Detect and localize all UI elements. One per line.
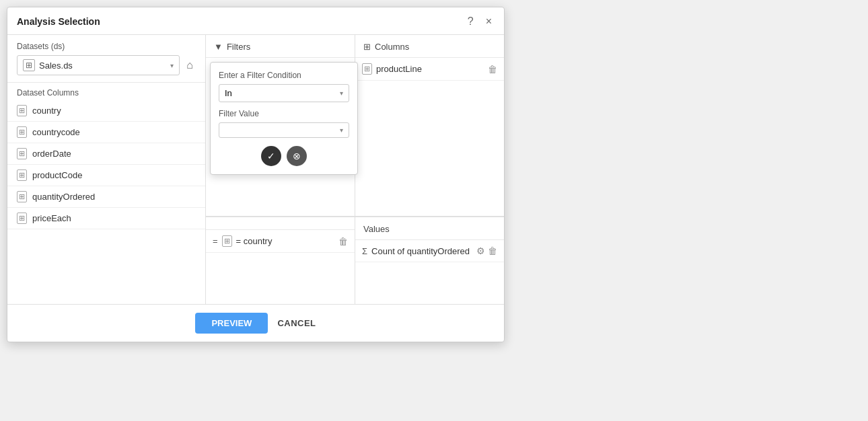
trash-icon: 🗑 [338,236,348,247]
list-item[interactable]: ⊞ countrycode [7,122,205,143]
preview-button[interactable]: PREVIEW [195,313,268,334]
col-type-icon: ⊞ [17,169,27,181]
right-top-panels: ▼ Filters Enter a Filter Condition In ▾ … [206,35,504,217]
col-type-icon: ⊞ [17,213,27,224]
list-item[interactable]: ⊞ productCode [7,165,205,186]
columns-section: ⊞ Columns ⊞ productLine 🗑 [355,35,504,216]
dialog-title: Analysis Selection [17,16,100,27]
home-icon: ⌂ [186,59,193,71]
value-settings-button[interactable]: ⚙ [476,245,485,256]
col-type-icon: ⊞ [222,235,232,247]
dataset-dropdown-label: ⊞ Sales.ds [23,59,73,71]
filter-icon: ▼ [214,42,223,52]
rows-section: = ⊞ = country 🗑 [206,217,355,304]
list-item[interactable]: ⊞ country [7,100,205,122]
filter-value-label: Filter Value [219,109,349,118]
trash-icon: 🗑 [488,64,497,75]
cancel-icon: ⊗ [293,151,301,161]
dialog-footer: PREVIEW CANCEL [7,304,504,342]
filters-section-title: ▼ Filters [206,35,355,58]
chevron-down-icon: ▾ [340,126,343,134]
list-item[interactable]: ⊞ orderDate [7,143,205,165]
row-item-name: = country [236,236,273,246]
filter-confirm-button[interactable]: ✓ [261,146,281,166]
delete-row-button[interactable]: 🗑 [338,236,348,247]
filter-popup: Enter a Filter Condition In ▾ Filter Val… [210,62,358,175]
home-button[interactable]: ⌂ [184,56,196,74]
column-item-row: ⊞ productLine 🗑 [355,58,504,81]
filter-condition-label: Enter a Filter Condition [219,71,349,80]
trash-icon: 🗑 [488,245,497,256]
left-panel: Datasets (ds) ⊞ Sales.ds ▾ ⌂ Dataset Col… [7,35,206,304]
rows-section-title [206,217,355,230]
dataset-name: Sales.ds [39,61,73,71]
list-item[interactable]: ⊞ priceEach [7,208,205,229]
row-item-left: = ⊞ = country [213,235,272,247]
value-item-row: Σ Count of quantityOrdered ⚙ 🗑 [355,240,504,262]
table-icon: ⊞ [23,59,35,71]
value-item-actions: ⚙ 🗑 [476,245,497,256]
col-type-icon: ⊞ [17,191,27,202]
datasets-header: Datasets (ds) [7,35,205,55]
columns-label: Columns [375,42,409,52]
chevron-down-icon: ▾ [340,89,343,97]
sigma-icon: Σ [362,246,367,256]
dialog-overlay: Analysis Selection ? × Datasets (ds) [0,0,868,421]
chevron-down-icon: ▾ [170,62,174,69]
check-icon: ✓ [267,151,275,161]
dataset-selector: ⊞ Sales.ds ▾ ⌂ [7,55,205,82]
column-name: countrycode [32,127,80,137]
filters-label: Filters [227,42,250,52]
column-name: productCode [32,170,82,180]
gear-icon: ⚙ [476,245,485,256]
values-section-title: Values [355,217,504,240]
column-name: priceEach [32,213,71,223]
col-type-icon: ⊞ [17,105,27,116]
column-list: ⊞ country ⊞ countrycode ⊞ orderDate ⊞ pr… [7,100,205,229]
cancel-button[interactable]: CANCEL [277,318,316,328]
dialog-titlebar: Analysis Selection ? × [7,7,504,35]
columns-item-name: productLine [376,64,422,74]
right-bottom-panels: = ⊞ = country 🗑 Values [206,217,504,304]
delete-column-button[interactable]: 🗑 [488,64,497,75]
col-type-icon: ⊞ [17,126,27,138]
dialog-body: Datasets (ds) ⊞ Sales.ds ▾ ⌂ Dataset Col… [7,35,504,304]
columns-icon: ⊞ [363,42,371,52]
filter-condition-value: In [225,88,232,98]
values-section-label: Values [363,224,390,234]
row-item-row: = ⊞ = country 🗑 [206,230,355,253]
column-name: quantityOrdered [32,192,95,202]
col-type-icon: ⊞ [17,148,27,159]
help-icon: ? [468,15,474,28]
delete-value-button[interactable]: 🗑 [488,245,497,256]
columns-section-title: ⊞ Columns [355,35,504,58]
value-item-name: Count of quantityOrdered [371,246,470,256]
column-name: country [32,106,61,116]
column-item-left: ⊞ productLine [362,63,422,75]
right-panel: ▼ Filters Enter a Filter Condition In ▾ … [206,35,504,304]
dataset-columns-label: Dataset Columns [7,82,205,100]
help-button[interactable]: ? [465,14,476,29]
column-name: orderDate [32,149,71,159]
col-type-icon: ⊞ [362,63,372,75]
close-button[interactable]: × [483,14,495,29]
value-item-left: Σ Count of quantityOrdered [362,246,470,256]
equals-icon: = [213,236,218,246]
datasets-label: Datasets (ds) [17,42,65,51]
close-icon: × [486,15,492,28]
list-item[interactable]: ⊞ quantityOrdered [7,186,205,208]
filters-section: ▼ Filters Enter a Filter Condition In ▾ … [206,35,355,216]
filter-value-dropdown[interactable]: ▾ [219,122,349,138]
filter-cancel-button[interactable]: ⊗ [287,146,307,166]
filter-popup-actions: ✓ ⊗ [219,146,349,166]
analysis-selection-dialog: Analysis Selection ? × Datasets (ds) [7,7,505,342]
dialog-title-actions: ? × [465,14,495,29]
values-section: Values Σ Count of quantityOrdered ⚙ [355,217,504,304]
filter-condition-dropdown[interactable]: In ▾ [219,84,349,102]
dataset-dropdown[interactable]: ⊞ Sales.ds ▾ [17,55,180,75]
